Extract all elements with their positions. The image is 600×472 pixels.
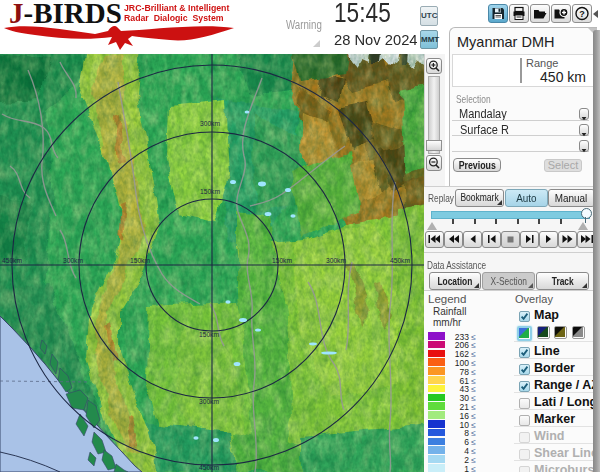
svg-text:300km: 300km — [326, 257, 346, 264]
svg-text:450km: 450km — [199, 464, 219, 471]
svg-text:300km: 300km — [200, 120, 220, 127]
svg-text:300km: 300km — [199, 398, 219, 405]
svg-text:150km: 150km — [130, 257, 150, 264]
svg-text:?: ? — [579, 9, 585, 19]
svg-text:150km: 150km — [199, 331, 219, 338]
svg-text:150km: 150km — [200, 188, 220, 195]
svg-text:450km: 450km — [390, 257, 410, 264]
svg-text:300km: 300km — [63, 257, 83, 264]
svg-text:450km: 450km — [2, 257, 22, 264]
svg-text:150km: 150km — [272, 257, 292, 264]
